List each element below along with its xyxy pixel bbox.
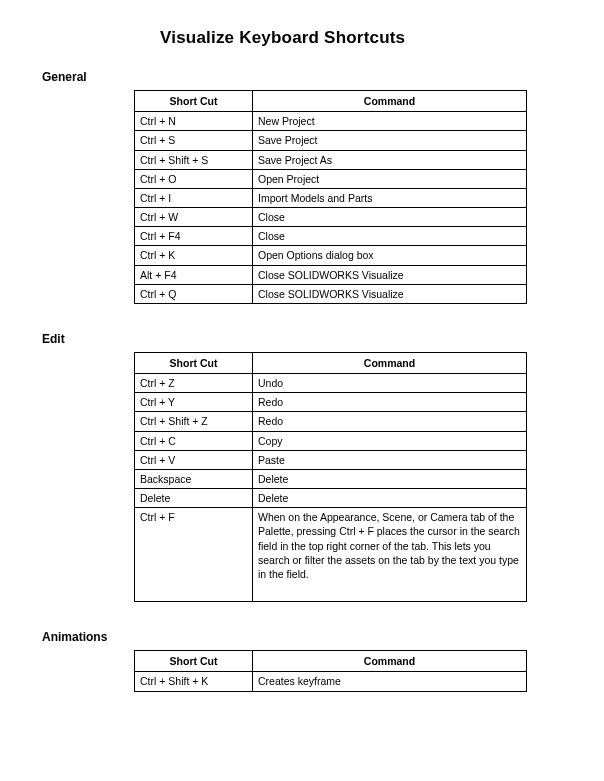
table-row: Ctrl + VPaste — [135, 450, 527, 469]
table-row: Ctrl + YRedo — [135, 393, 527, 412]
header-command: Command — [253, 651, 527, 672]
shortcuts-table-general: Short Cut Command Ctrl + NNew Project Ct… — [134, 90, 527, 304]
table-row: Ctrl + Shift + SSave Project As — [135, 150, 527, 169]
cell-command: When on the Appearance, Scene, or Camera… — [253, 508, 527, 602]
cell-command: Redo — [253, 412, 527, 431]
section-heading: Animations — [42, 630, 562, 644]
table-row: Ctrl + CCopy — [135, 431, 527, 450]
section-edit: Edit Short Cut Command Ctrl + ZUndo Ctrl… — [42, 332, 562, 602]
cell-command: Import Models and Parts — [253, 188, 527, 207]
shortcuts-table-animations: Short Cut Command Ctrl + Shift + KCreate… — [134, 650, 527, 691]
cell-shortcut: Ctrl + Z — [135, 374, 253, 393]
table-row: Ctrl + QClose SOLIDWORKS Visualize — [135, 284, 527, 303]
cell-shortcut: Ctrl + W — [135, 208, 253, 227]
table-row: BackspaceDelete — [135, 469, 527, 488]
header-shortcut: Short Cut — [135, 91, 253, 112]
cell-shortcut: Ctrl + Shift + Z — [135, 412, 253, 431]
table-row: Ctrl + OOpen Project — [135, 169, 527, 188]
cell-shortcut: Ctrl + K — [135, 246, 253, 265]
cell-command: Close — [253, 208, 527, 227]
cell-shortcut: Ctrl + Shift + K — [135, 672, 253, 691]
table-header-row: Short Cut Command — [135, 91, 527, 112]
cell-command: Close SOLIDWORKS Visualize — [253, 284, 527, 303]
table-row: Ctrl + NNew Project — [135, 112, 527, 131]
cell-shortcut: Ctrl + O — [135, 169, 253, 188]
cell-shortcut: Alt + F4 — [135, 265, 253, 284]
header-command: Command — [253, 352, 527, 373]
section-heading: Edit — [42, 332, 562, 346]
cell-command: New Project — [253, 112, 527, 131]
cell-shortcut: Ctrl + Shift + S — [135, 150, 253, 169]
cell-command: Save Project — [253, 131, 527, 150]
header-command: Command — [253, 91, 527, 112]
cell-shortcut: Ctrl + I — [135, 188, 253, 207]
cell-command: Save Project As — [253, 150, 527, 169]
cell-command: Delete — [253, 469, 527, 488]
table-row: Ctrl + Shift + ZRedo — [135, 412, 527, 431]
cell-shortcut: Ctrl + C — [135, 431, 253, 450]
cell-shortcut: Ctrl + V — [135, 450, 253, 469]
table-row: Ctrl + SSave Project — [135, 131, 527, 150]
section-heading: General — [42, 70, 562, 84]
table-row: Ctrl + FWhen on the Appearance, Scene, o… — [135, 508, 527, 602]
cell-command: Open Project — [253, 169, 527, 188]
table-row: Ctrl + KOpen Options dialog box — [135, 246, 527, 265]
cell-command: Paste — [253, 450, 527, 469]
cell-command: Redo — [253, 393, 527, 412]
cell-shortcut: Delete — [135, 489, 253, 508]
shortcuts-table-edit: Short Cut Command Ctrl + ZUndo Ctrl + YR… — [134, 352, 527, 602]
header-shortcut: Short Cut — [135, 352, 253, 373]
section-animations: Animations Short Cut Command Ctrl + Shif… — [42, 630, 562, 691]
table-row: Ctrl + Shift + KCreates keyframe — [135, 672, 527, 691]
table-header-row: Short Cut Command — [135, 651, 527, 672]
cell-command: Undo — [253, 374, 527, 393]
cell-command: Creates keyframe — [253, 672, 527, 691]
cell-shortcut: Ctrl + S — [135, 131, 253, 150]
cell-shortcut: Ctrl + F4 — [135, 227, 253, 246]
cell-command: Open Options dialog box — [253, 246, 527, 265]
cell-shortcut: Ctrl + F — [135, 508, 253, 602]
table-row: Ctrl + ZUndo — [135, 374, 527, 393]
table-row: DeleteDelete — [135, 489, 527, 508]
cell-command: Copy — [253, 431, 527, 450]
table-row: Ctrl + IImport Models and Parts — [135, 188, 527, 207]
table-row: Alt + F4Close SOLIDWORKS Visualize — [135, 265, 527, 284]
cell-shortcut: Ctrl + N — [135, 112, 253, 131]
cell-command: Close — [253, 227, 527, 246]
table-header-row: Short Cut Command — [135, 352, 527, 373]
cell-command: Close SOLIDWORKS Visualize — [253, 265, 527, 284]
cell-shortcut: Ctrl + Q — [135, 284, 253, 303]
page-title: Visualize Keyboard Shortcuts — [160, 28, 562, 48]
cell-shortcut: Ctrl + Y — [135, 393, 253, 412]
section-general: General Short Cut Command Ctrl + NNew Pr… — [42, 70, 562, 304]
cell-command: Delete — [253, 489, 527, 508]
cell-shortcut: Backspace — [135, 469, 253, 488]
table-row: Ctrl + WClose — [135, 208, 527, 227]
header-shortcut: Short Cut — [135, 651, 253, 672]
table-row: Ctrl + F4Close — [135, 227, 527, 246]
